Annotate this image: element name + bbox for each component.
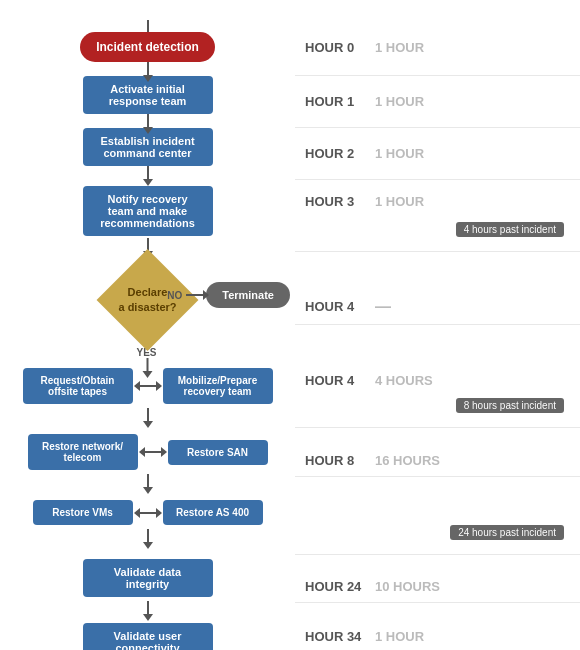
flow-declare-disaster: Declarea disaster? YES NO Terminate (0, 252, 295, 362)
hour-label-4: HOUR 4 (305, 299, 375, 314)
time-row-9: HOUR 34 1 HOUR 35 hours past incident (295, 619, 580, 650)
flow-validate-data: Validate data integrity (0, 555, 295, 619)
time-row-8: HOUR 24 10 HOURS (295, 571, 580, 603)
row-declare-disaster: Declarea disaster? YES NO Terminate (0, 252, 580, 362)
row-validate-user: Validate user connectivity HOUR 34 1 HOU… (0, 619, 580, 650)
mobilize-team-node: Mobilize/Prepare recovery team (163, 368, 273, 404)
duration-7 (375, 502, 379, 517)
flowchart-container: Incident detection HOUR 0 1 HOUR Activat… (0, 0, 580, 650)
time-row-1: HOUR 1 1 HOUR (295, 76, 580, 128)
notify-recovery-node: Notify recovery team and make recommenda… (83, 186, 213, 236)
badge-24hr: 24 hours past incident (450, 525, 564, 540)
validate-user-node: Validate user connectivity (83, 623, 213, 650)
row-establish-command: Establish incident command center HOUR 2… (0, 128, 580, 180)
hour-label-0: HOUR 0 (305, 40, 375, 55)
dash-4: — (375, 298, 391, 316)
request-tapes-node: Request/Obtain offsite tapes (23, 368, 133, 404)
terminate-node: Terminate (206, 282, 290, 308)
duration-5: 4 HOURS (375, 373, 433, 388)
time-row-4: HOUR 4 — (295, 290, 580, 325)
time-row-6: HOUR 8 16 HOURS (295, 445, 580, 477)
row-validate-data: Validate data integrity HOUR 24 10 HOURS (0, 555, 580, 619)
hour-label-2: HOUR 2 (305, 146, 375, 161)
hour-label-6: HOUR 8 (305, 453, 375, 468)
duration-3: 1 HOUR (375, 194, 424, 209)
duration-8: 10 HOURS (375, 579, 440, 594)
time-row-3: HOUR 3 1 HOUR 4 hours past incident (295, 180, 580, 252)
row-mobilize: Request/Obtain offsite tapes Mobilize/Pr… (0, 362, 580, 428)
duration-0: 1 HOUR (375, 40, 424, 55)
duration-6: 16 HOURS (375, 453, 440, 468)
row-notify-recovery: Notify recovery team and make recommenda… (0, 180, 580, 252)
restore-network-node: Restore network/ telecom (28, 434, 138, 470)
hour-label-3: HOUR 3 (305, 194, 375, 209)
flow-establish-command: Establish incident command center (0, 128, 295, 180)
badge-4hr: 4 hours past incident (456, 222, 564, 237)
row-restore-vms: Restore VMs Restore AS 400 24 hours past… (0, 494, 580, 555)
incident-detection-node: Incident detection (80, 32, 215, 62)
dual-arrow-vms (139, 512, 157, 514)
row-activate-team: Activate initial response team HOUR 1 1 … (0, 76, 580, 128)
flow-activate-team: Activate initial response team (0, 76, 295, 128)
no-label: NO (167, 290, 182, 301)
flow-incident-detection: Incident detection (0, 20, 295, 76)
hour-label-1: HOUR 1 (305, 94, 375, 109)
time-row-7: 24 hours past incident (295, 494, 580, 555)
row-incident-detection: Incident detection HOUR 0 1 HOUR (0, 20, 580, 76)
time-row-2: HOUR 2 1 HOUR (295, 128, 580, 180)
restore-vms-node: Restore VMs (33, 500, 133, 525)
validate-data-node: Validate data integrity (83, 559, 213, 597)
hour-label-8: HOUR 24 (305, 579, 375, 594)
row-restore-network: Restore network/ telecom Restore SAN HOU… (0, 428, 580, 494)
hour-label-7 (305, 502, 375, 517)
dual-arrow-network (144, 451, 162, 453)
flow-restore-vms: Restore VMs Restore AS 400 (0, 494, 295, 555)
time-row-5: HOUR 4 4 HOURS 8 hours past incident (295, 362, 580, 428)
restore-san-node: Restore SAN (168, 440, 268, 465)
hour-label-5: HOUR 4 (305, 373, 375, 388)
hour-label-9: HOUR 34 (305, 629, 375, 644)
badge-8hr: 8 hours past incident (456, 398, 564, 413)
flow-notify-recovery: Notify recovery team and make recommenda… (0, 180, 295, 252)
duration-2: 1 HOUR (375, 146, 424, 161)
restore-as400-node: Restore AS 400 (163, 500, 263, 525)
flow-validate-user: Validate user connectivity (0, 619, 295, 650)
time-row-0: HOUR 0 1 HOUR (295, 20, 580, 76)
duration-1: 1 HOUR (375, 94, 424, 109)
flow-restore-network: Restore network/ telecom Restore SAN (0, 428, 295, 494)
duration-9: 1 HOUR (375, 629, 424, 644)
dual-arrow-mobilize (139, 385, 157, 387)
